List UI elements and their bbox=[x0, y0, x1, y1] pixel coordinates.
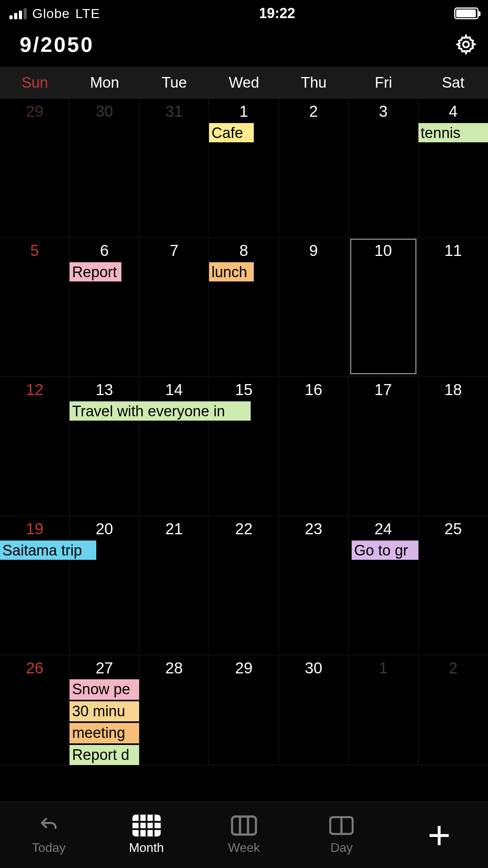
event-chip[interactable]: Travel with everyone in bbox=[70, 401, 250, 421]
day-cell[interactable]: 2 bbox=[279, 99, 349, 238]
day-cell[interactable]: 21 bbox=[139, 516, 209, 655]
day-cell[interactable]: 8 bbox=[209, 238, 279, 377]
carrier-label: Globe bbox=[32, 6, 70, 21]
day-cell[interactable]: 20 bbox=[70, 516, 139, 655]
day-number: 4 bbox=[418, 99, 488, 123]
weekday-label: Mon bbox=[70, 67, 139, 98]
day-number: 29 bbox=[209, 655, 278, 679]
day-cell[interactable]: 7 bbox=[139, 238, 209, 377]
event-chip[interactable]: Snow pe bbox=[70, 679, 139, 700]
today-button[interactable]: Today bbox=[0, 815, 97, 855]
event-chip[interactable]: Saitama trip bbox=[0, 541, 96, 560]
day-number: 30 bbox=[70, 99, 139, 123]
day-cell[interactable]: 22 bbox=[209, 516, 279, 655]
settings-button[interactable] bbox=[455, 33, 477, 55]
day-cell[interactable]: 12 bbox=[0, 377, 70, 516]
day-cell[interactable]: 13 bbox=[70, 377, 139, 516]
day-number: 19 bbox=[0, 516, 69, 540]
day-cell[interactable]: 30 bbox=[279, 655, 349, 765]
network-label: LTE bbox=[75, 6, 100, 21]
svg-point-0 bbox=[463, 42, 469, 48]
day-cell[interactable]: 9 bbox=[279, 238, 349, 377]
battery-icon bbox=[454, 7, 479, 19]
day-cell[interactable]: 29 bbox=[0, 99, 70, 238]
page-title: 9/2050 bbox=[20, 32, 94, 57]
week-icon bbox=[230, 815, 258, 837]
day-cell[interactable]: 31 bbox=[139, 99, 209, 238]
day-cell[interactable]: 5 bbox=[0, 238, 70, 377]
day-number: 31 bbox=[139, 99, 209, 123]
event-chip[interactable]: meeting bbox=[70, 723, 139, 743]
day-number: 2 bbox=[279, 99, 348, 123]
day-number: 21 bbox=[139, 516, 209, 540]
day-number: 13 bbox=[70, 377, 139, 401]
day-number: 1 bbox=[209, 99, 278, 123]
day-cell[interactable]: 18 bbox=[418, 377, 488, 516]
day-cell[interactable]: 27Snow pe30 minumeetingReport d●●● bbox=[70, 655, 139, 765]
month-grid-icon bbox=[132, 815, 161, 837]
day-cell[interactable]: 29 bbox=[209, 655, 279, 765]
day-number: 26 bbox=[0, 655, 69, 679]
back-icon bbox=[35, 815, 63, 837]
day-button[interactable]: Day bbox=[293, 815, 390, 855]
day-cell[interactable]: 23 bbox=[279, 516, 349, 655]
day-number: 18 bbox=[418, 377, 488, 401]
status-right bbox=[454, 7, 479, 19]
day-number: 1 bbox=[349, 655, 418, 679]
event-chip[interactable]: Go to gr bbox=[352, 541, 418, 560]
day-cell[interactable]: 10 bbox=[349, 238, 418, 377]
day-number: 24 bbox=[349, 516, 418, 540]
day-number: 27 bbox=[70, 655, 139, 679]
weekday-label: Tue bbox=[139, 67, 209, 98]
weekday-label: Sun bbox=[0, 67, 70, 98]
day-number: 8 bbox=[209, 238, 278, 262]
day-cell[interactable]: 3 bbox=[349, 99, 418, 238]
day-cell[interactable]: 15 bbox=[209, 377, 279, 516]
event-chip[interactable]: tennis bbox=[418, 123, 488, 142]
month-button[interactable]: Month bbox=[97, 815, 195, 855]
day-number: 23 bbox=[279, 516, 348, 540]
day-number: 30 bbox=[279, 655, 348, 679]
day-number: 5 bbox=[0, 238, 69, 262]
event-chip[interactable]: Report d bbox=[70, 745, 139, 765]
day-cell[interactable]: 11 bbox=[418, 238, 488, 377]
day-number: 2 bbox=[418, 655, 488, 679]
bottom-toolbar: Today Month Week bbox=[0, 801, 488, 868]
day-cell[interactable]: 1 bbox=[209, 99, 279, 238]
day-cell[interactable]: 2 bbox=[418, 655, 488, 765]
today-label: Today bbox=[32, 840, 66, 855]
day-cell[interactable]: 19 bbox=[0, 516, 70, 655]
week-button[interactable]: Week bbox=[195, 815, 293, 855]
day-number: 11 bbox=[418, 238, 488, 262]
day-cell[interactable]: 1 bbox=[349, 655, 418, 765]
month-label: Month bbox=[129, 840, 164, 855]
day-cell[interactable]: 25 bbox=[418, 516, 488, 655]
day-number: 14 bbox=[139, 377, 209, 401]
day-cell[interactable]: 6 bbox=[70, 238, 139, 377]
day-cell[interactable]: 30 bbox=[70, 99, 139, 238]
day-number: 10 bbox=[349, 238, 418, 262]
day-number: 3 bbox=[349, 99, 418, 123]
day-cell[interactable]: 24 bbox=[349, 516, 418, 655]
day-number: 28 bbox=[139, 655, 209, 679]
day-number: 6 bbox=[70, 238, 139, 262]
event-chip[interactable]: Cafe bbox=[209, 123, 253, 142]
event-chip[interactable]: lunch bbox=[209, 262, 253, 281]
event-chip[interactable]: 30 minu bbox=[70, 701, 139, 722]
weekday-header: SunMonTueWedThuFriSat bbox=[0, 67, 488, 99]
day-number: 22 bbox=[209, 516, 278, 540]
status-bar: Globe LTE 19:22 bbox=[0, 0, 488, 26]
day-cell[interactable]: 14 bbox=[139, 377, 209, 516]
day-cell[interactable]: 26 bbox=[0, 655, 70, 765]
weekday-label: Sat bbox=[418, 67, 488, 98]
add-button[interactable]: + bbox=[391, 824, 488, 846]
day-cell[interactable]: 28 bbox=[139, 655, 209, 765]
day-number: 29 bbox=[0, 99, 69, 123]
event-chip[interactable]: Report bbox=[70, 262, 121, 281]
header: 9/2050 bbox=[0, 26, 488, 67]
day-cell[interactable]: 16 bbox=[279, 377, 349, 516]
day-cell[interactable]: 4 bbox=[418, 99, 488, 238]
day-number: 16 bbox=[279, 377, 348, 401]
day-number: 7 bbox=[139, 238, 209, 262]
day-cell[interactable]: 17 bbox=[349, 377, 418, 516]
